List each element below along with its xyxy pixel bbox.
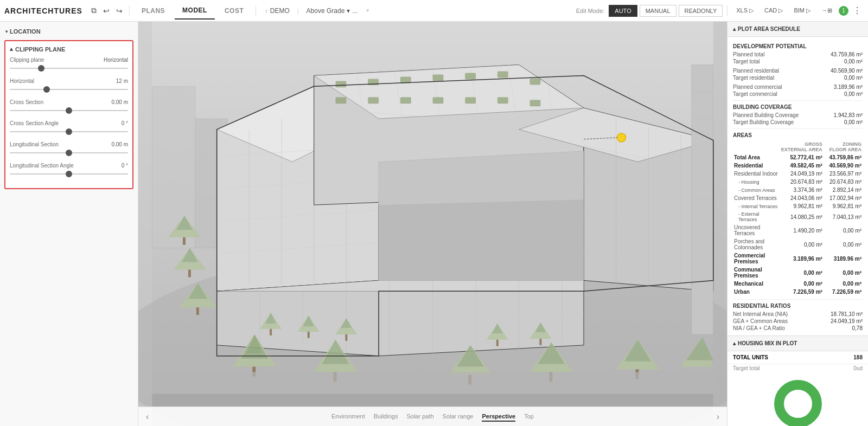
tab-perspective[interactable]: Perspective <box>482 412 515 422</box>
target-total-value: 0ud <box>853 365 863 371</box>
bim-export-button[interactable]: BIM ▷ <box>789 5 815 16</box>
target-total-units-row: Target total 0ud <box>727 364 868 372</box>
area-gea: 24.049,19 m² <box>780 170 824 178</box>
left-panel: ▾ LOCATION ▴ CLIPPING PLANE Clipping pla… <box>0 22 138 426</box>
more-options-button[interactable]: ⋮ <box>851 5 864 16</box>
horizontal-row: Horizontal 12 m <box>10 78 128 94</box>
area-label: Uncovered Terraces <box>733 223 780 237</box>
edit-manual-button[interactable]: MANUAL <box>640 5 676 17</box>
tab-model[interactable]: MODEL <box>175 2 215 20</box>
area-label: Urban <box>733 288 780 296</box>
area-zfa: 43.759,86 m² <box>824 153 863 162</box>
tab-buildings[interactable]: Buildings <box>374 412 398 422</box>
table-row: - Housing20.674,83 m²20.674,83 m² <box>733 178 863 186</box>
building-3d-rendering <box>138 22 727 426</box>
areas-col-gea: GROSS EXTERNAL AREA <box>780 140 824 153</box>
copy-button[interactable]: ⧉ <box>89 5 99 16</box>
table-row: - Internal Terraces9.962,81 m²9.962,81 m… <box>733 202 863 210</box>
nia-row: Net Internal Area (NIA) 18.781,10 m² <box>733 311 863 317</box>
total-units-label: TOTAL UNITS <box>733 354 768 360</box>
residential-ratios-header: RESIDENTIAL RATIOS <box>733 303 863 309</box>
longitudinal-section-label: Longitudinal Section <box>10 141 59 147</box>
plot-area-schedule-header[interactable]: ▴ PLOT AREA SCHEDULE <box>727 22 868 37</box>
tab-solar-range[interactable]: Solar range <box>443 412 474 422</box>
grade-dropdown[interactable]: Above Grade ▾ ... <box>302 7 362 15</box>
arrow-export-button[interactable]: →⊞ <box>817 5 837 16</box>
area-gea: 20.674,83 m² <box>780 178 824 186</box>
area-zfa: 0,00 m² <box>824 280 863 288</box>
svg-rect-31 <box>497 72 508 78</box>
area-gea: 49.582,45 m² <box>780 162 824 170</box>
table-row: - Common Areas3.374,36 m²2.892,14 m² <box>733 186 863 194</box>
area-gea: 14.080,25 m² <box>780 210 824 223</box>
table-row: Uncovered Terraces1.490,20 m²0,00 m² <box>733 223 863 237</box>
cross-section-angle-row: Cross Section Angle 0 ° <box>10 120 128 136</box>
area-gea: 52.772,41 m² <box>780 153 824 162</box>
target-bc-label: Target Building Coverage <box>733 119 794 125</box>
right-panel-content: DEVELOPMENT POTENTIAL Planned total 43.7… <box>727 37 868 335</box>
cad-export-button[interactable]: CAD ▷ <box>760 5 787 16</box>
location-section-header[interactable]: ▾ LOCATION <box>0 26 138 37</box>
top-navigation: ARCHITECHTURES ⧉ ↩ ↪ PLANS MODEL COST ↑ … <box>0 0 868 22</box>
chevron-down-icon: ▾ <box>5 29 8 34</box>
area-label: Commercial Premises <box>733 251 780 266</box>
tab-cost[interactable]: COST <box>217 3 251 19</box>
clipping-plane-label: Clipping plane <box>10 57 44 63</box>
gea-ca-label: GEA + Common Areas <box>733 318 788 324</box>
version-badge: 1 <box>839 6 848 16</box>
xls-export-button[interactable]: XLS ▷ <box>732 5 758 16</box>
nia-label: Net Internal Area (NIA) <box>733 311 788 317</box>
target-commercial-label: Target commercial <box>733 91 777 97</box>
app-logo: ARCHITECHTURES <box>4 7 82 15</box>
edit-auto-button[interactable]: AUTO <box>609 5 637 17</box>
target-commercial-value: 0,00 m² <box>844 91 863 97</box>
total-units-value: 188 <box>853 354 863 360</box>
viewport-3d[interactable]: ‹ Environment Buildings Solar path Solar… <box>138 22 727 426</box>
clipping-plane-row: Clipping plane Horizontal <box>10 57 128 73</box>
view-tabs: Environment Buildings Solar path Solar r… <box>331 412 534 422</box>
tab-solar-path[interactable]: Solar path <box>406 412 433 422</box>
table-row: - External Terraces14.080,25 m²7.040,13 … <box>733 210 863 223</box>
svg-rect-69 <box>308 332 310 338</box>
housing-mix-header[interactable]: ▴ HOUSING MIX IN PLOT <box>727 335 868 351</box>
table-row: Residential Indoor24.049,19 m²23.566,97 … <box>733 170 863 178</box>
tab-plans[interactable]: PLANS <box>134 3 173 19</box>
horizontal-slider[interactable] <box>10 89 128 90</box>
longitudinal-section-slider[interactable] <box>10 152 128 153</box>
svg-rect-66 <box>270 329 272 335</box>
next-view-button[interactable]: › <box>714 412 722 422</box>
undo-button[interactable]: ↩ <box>101 5 112 16</box>
svg-rect-33 <box>335 97 346 104</box>
area-label: Porches and Colonnades <box>733 237 780 251</box>
area-label: - Common Areas <box>733 186 780 194</box>
area-gea: 24.043,06 m² <box>780 194 824 202</box>
target-commercial-row: Target commercial 0,00 m² <box>733 91 863 97</box>
longitudinal-section-row: Longitudinal Section 0.00 m <box>10 141 128 157</box>
horizontal-value: 12 m <box>116 78 128 84</box>
tab-environment[interactable]: Environment <box>331 412 365 422</box>
svg-marker-61 <box>379 199 584 280</box>
longitudinal-section-angle-slider[interactable] <box>10 173 128 175</box>
building-coverage-header: BUILDING COVERAGE <box>733 104 863 110</box>
edit-readonly-button[interactable]: READONLY <box>679 5 723 17</box>
clipping-plane-slider[interactable] <box>10 68 128 69</box>
area-zfa: 17.002,94 m² <box>824 194 863 202</box>
clipping-plane-slider-container <box>10 64 128 73</box>
redo-button[interactable]: ↪ <box>114 5 125 16</box>
prev-view-button[interactable]: ‹ <box>144 412 151 422</box>
svg-rect-75 <box>496 340 499 346</box>
tab-top[interactable]: Top <box>524 412 534 422</box>
target-total-value: 0,00 m² <box>844 59 863 64</box>
planned-bc-value: 1.942,83 m² <box>834 112 863 118</box>
chevron-up-icon-right: ▴ <box>733 26 736 32</box>
planned-total-row: Planned total 43.759,86 m² <box>733 51 863 57</box>
cross-section-angle-slider[interactable] <box>10 131 128 132</box>
planned-commercial-label: Planned commercial <box>733 84 782 90</box>
cross-section-slider[interactable] <box>10 110 128 111</box>
area-zfa: 7.040,13 m² <box>824 210 863 223</box>
gea-ca-row: GEA + Common Areas 24.049,19 m² <box>733 318 863 324</box>
clipping-plane-header[interactable]: ▴ CLIPPING PLANE <box>10 46 128 53</box>
svg-rect-26 <box>335 81 346 87</box>
longitudinal-section-angle-label: Longitudinal Section Angle <box>10 163 74 169</box>
viewport-bottom-bar: ‹ Environment Buildings Solar path Solar… <box>138 406 727 426</box>
